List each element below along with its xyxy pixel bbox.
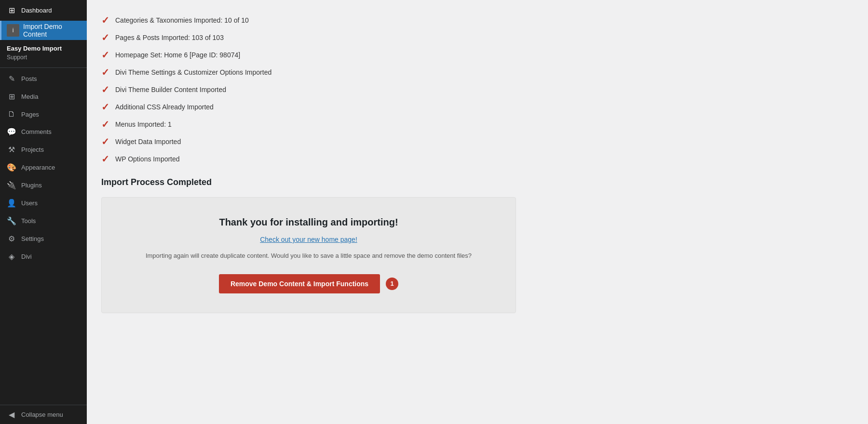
thank-you-box: Thank you for installing and importing! … xyxy=(101,197,516,313)
checkmark-icon: ✓ xyxy=(101,137,109,146)
sidebar-item-posts[interactable]: ✎ Posts xyxy=(0,70,87,88)
checkmark-icon: ✓ xyxy=(101,33,109,42)
sidebar-item-import-demo[interactable]: i Import Demo Content xyxy=(0,21,87,40)
thank-you-description: Importing again will create duplicate co… xyxy=(116,251,501,261)
checkmark-icon: ✓ xyxy=(101,102,109,112)
import-completed-title: Import Process Completed xyxy=(101,177,854,187)
import-checklist: ✓Categories & Taxonomies Imported: 10 of… xyxy=(101,12,854,168)
collapse-menu-button[interactable]: ◀ Collapse menu xyxy=(0,405,87,424)
sidebar-item-tools[interactable]: 🔧 Tools xyxy=(0,212,87,230)
comments-icon: 💬 xyxy=(7,127,16,136)
media-icon: ⊞ xyxy=(7,92,16,101)
sidebar-item-projects[interactable]: ⚒ Projects xyxy=(0,141,87,159)
posts-icon: ✎ xyxy=(7,74,16,83)
sidebar-item-appearance[interactable]: 🎨 Appearance xyxy=(0,159,87,176)
plugins-icon: 🔌 xyxy=(7,181,16,190)
checklist-item: ✓Homepage Set: Home 6 [Page ID: 98074] xyxy=(101,46,854,64)
users-icon: 👤 xyxy=(7,199,16,208)
checkmark-icon: ✓ xyxy=(101,67,109,77)
active-item-line2: Content xyxy=(23,30,62,38)
checkmark-icon: ✓ xyxy=(101,50,109,60)
projects-icon: ⚒ xyxy=(7,145,16,154)
sidebar-item-media[interactable]: ⊞ Media xyxy=(0,88,87,106)
remove-btn-area: Remove Demo Content & Import Functions 1 xyxy=(116,274,501,293)
plugin-section-title: Easy Demo Import xyxy=(0,40,87,53)
checklist-item: ✓Additional CSS Already Imported xyxy=(101,98,854,116)
checkmark-icon: ✓ xyxy=(101,15,109,25)
checklist-item: ✓Menus Imported: 1 xyxy=(101,116,854,133)
checklist-item: ✓WP Options Imported xyxy=(101,150,854,168)
sidebar-item-comments[interactable]: 💬 Comments xyxy=(0,123,87,141)
checkmark-icon: ✓ xyxy=(101,119,109,129)
notification-badge: 1 xyxy=(386,278,398,290)
avatar: i xyxy=(7,24,19,37)
home-page-link[interactable]: Check out your new home page! xyxy=(116,236,501,243)
checkmark-icon: ✓ xyxy=(101,154,109,164)
sidebar-divider xyxy=(0,67,87,68)
sidebar-item-plugins[interactable]: 🔌 Plugins xyxy=(0,176,87,194)
sidebar-item-pages[interactable]: 🗋 Pages xyxy=(0,106,87,123)
settings-icon: ⚙ xyxy=(7,234,16,243)
checklist-item: ✓Pages & Posts Imported: 103 of 103 xyxy=(101,29,854,46)
sidebar-support-link[interactable]: Support xyxy=(0,53,87,66)
divi-icon: ◈ xyxy=(7,252,16,261)
sidebar-item-settings[interactable]: ⚙ Settings xyxy=(0,230,87,248)
collapse-icon: ◀ xyxy=(7,410,16,419)
checklist-item: ✓Categories & Taxonomies Imported: 10 of… xyxy=(101,12,854,29)
active-item-line1: Import Demo xyxy=(23,23,62,30)
sidebar-item-dashboard[interactable]: ⊞ Dashboard xyxy=(0,0,87,21)
checklist-item: ✓Widget Data Imported xyxy=(101,133,854,150)
checkmark-icon: ✓ xyxy=(101,85,109,94)
pages-icon: 🗋 xyxy=(7,110,16,119)
remove-demo-button[interactable]: Remove Demo Content & Import Functions xyxy=(219,274,380,293)
sidebar-item-divi[interactable]: ◈ Divi xyxy=(0,248,87,265)
sidebar: ⊞ Dashboard i Import Demo Content Easy D… xyxy=(0,0,87,424)
thank-you-title: Thank you for installing and importing! xyxy=(116,217,501,228)
appearance-icon: 🎨 xyxy=(7,163,16,172)
dashboard-icon: ⊞ xyxy=(7,6,16,15)
checklist-item: ✓Divi Theme Settings & Customizer Option… xyxy=(101,64,854,81)
main-content: ✓Categories & Taxonomies Imported: 10 of… xyxy=(87,0,868,424)
tools-icon: 🔧 xyxy=(7,216,16,225)
sidebar-item-users[interactable]: 👤 Users xyxy=(0,194,87,212)
checklist-item: ✓Divi Theme Builder Content Imported xyxy=(101,81,854,98)
